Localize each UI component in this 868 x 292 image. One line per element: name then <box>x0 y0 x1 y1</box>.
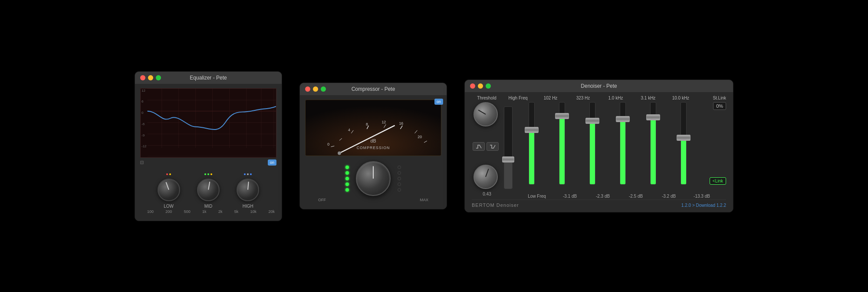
dn-values-row: 0.43 Low Freq -3.1 dB -2.3 dB -2.5 dB -3… <box>472 192 726 199</box>
eq-curve-svg <box>141 89 276 156</box>
eq-low-dot-red <box>166 173 168 175</box>
eq-mid-knob[interactable] <box>197 179 220 201</box>
dn-body: Threshold High Freq 102 Hz 323 Hz 1.0 kH… <box>465 92 733 212</box>
dn-10khz-handle[interactable] <box>677 135 690 141</box>
eq-title-bar: Equalizer - Pete <box>135 72 282 84</box>
dn-102hz-fader-track[interactable] <box>559 102 565 185</box>
dn-10khz-green-fill <box>681 139 686 184</box>
dn-threshold-col <box>472 102 500 189</box>
eq-close-button[interactable] <box>140 75 145 80</box>
eq-left-button[interactable] <box>140 161 144 164</box>
dn-323hz-fader-col <box>577 102 608 185</box>
dn-highfreq-fader-col <box>516 102 547 185</box>
dn-link-button[interactable]: <Link <box>710 177 726 185</box>
dn-1khz-fader-col <box>608 102 638 185</box>
svg-text:20: 20 <box>418 135 422 139</box>
dn-header-31khz: 3.1 kHz <box>632 96 664 100</box>
dn-header-threshold: Threshold <box>472 96 502 100</box>
dn-10khz-value: -13.3 dB <box>685 192 718 199</box>
svg-text:12: 12 <box>381 120 386 124</box>
eq-mid-label: MID <box>204 204 212 209</box>
eq-low-dot-yellow <box>169 173 171 175</box>
dn-maximize-button[interactable] <box>486 83 491 89</box>
dn-1khz-fader-track[interactable] <box>620 102 626 185</box>
comp-led-2 <box>345 171 349 175</box>
dn-threshold-top-knob[interactable] <box>473 102 498 126</box>
svg-text:4: 4 <box>348 128 350 132</box>
comp-led-r2 <box>398 171 401 175</box>
dn-31khz-handle[interactable] <box>646 114 660 120</box>
comp-title-bar: Compressor - Pete <box>300 83 447 95</box>
eq-knobs-row: LOW MID HIGH <box>140 166 276 209</box>
dn-header-10khz: 10.0 kHz <box>664 96 697 100</box>
dn-31khz-fader-track[interactable] <box>650 102 656 185</box>
comp-led-r3 <box>398 177 401 180</box>
dn-323hz-handle[interactable] <box>585 118 599 124</box>
dn-threshold-bottom-knob[interactable] <box>473 165 498 189</box>
dn-threshold-fill <box>504 160 512 189</box>
comp-led-4 <box>345 182 349 186</box>
dn-stlink-col: 0% <Link <box>699 102 726 185</box>
dn-header-102hz: 102 Hz <box>534 96 567 100</box>
comp-body: 0 4 8 12 16 20 dB COMPRESSION on <box>300 95 447 209</box>
eq-x-100: 100 <box>147 209 154 214</box>
eq-traffic-lights <box>140 75 161 80</box>
dn-highfreq-green-fill <box>529 131 534 184</box>
eq-x-200: 200 <box>165 209 172 214</box>
dn-main-controls: 0% <Link <box>472 102 726 189</box>
comp-led-5 <box>345 188 349 192</box>
eq-on-button[interactable]: on <box>268 159 276 166</box>
eq-high-dot-blue1 <box>244 173 246 175</box>
comp-minimize-button[interactable] <box>313 86 318 92</box>
dn-brand: BERTOM Denoiser <box>472 202 519 208</box>
dn-1khz-handle[interactable] <box>616 116 630 122</box>
vu-meter-svg: 0 4 8 12 16 20 dB COMPRESSION <box>306 100 441 156</box>
dn-10khz-fader-col <box>668 102 699 185</box>
dn-threshold-value: 0.43 <box>472 192 502 199</box>
dn-title: Denoiser - Pete <box>581 83 617 89</box>
eq-maximize-button[interactable] <box>156 75 161 80</box>
dn-highfreq-handle[interactable] <box>525 127 539 133</box>
comp-close-button[interactable] <box>305 86 310 92</box>
dn-close-button[interactable] <box>470 83 475 89</box>
dn-title-bar: Denoiser - Pete <box>465 80 733 92</box>
comp-max-label: MAX <box>420 198 428 202</box>
dn-shape-btn-2[interactable] <box>487 142 499 151</box>
comp-on-button[interactable]: on <box>434 99 443 105</box>
dn-threshold-handle[interactable] <box>502 156 514 163</box>
comp-maximize-button[interactable] <box>321 86 326 92</box>
dn-threshold-slider-track[interactable] <box>504 106 513 189</box>
comp-led-r4 <box>398 182 401 186</box>
dn-323hz-value: -2.3 dB <box>586 192 619 199</box>
comp-off-max-labels: OFF MAX <box>305 196 441 202</box>
dn-102hz-handle[interactable] <box>555 113 569 119</box>
eq-high-knob[interactable] <box>237 179 259 201</box>
comp-led-3 <box>345 177 349 180</box>
comp-main-knob[interactable] <box>356 161 391 196</box>
eq-bottom-bar: on <box>140 159 276 166</box>
svg-text:0: 0 <box>327 142 329 146</box>
svg-text:dB: dB <box>370 138 376 143</box>
dn-download-link[interactable]: > Download 1.2.2 <box>692 203 726 208</box>
eq-high-label: HIGH <box>243 204 253 209</box>
dn-highfreq-fader-track[interactable] <box>529 102 535 185</box>
dn-323hz-fader-track[interactable] <box>589 102 595 185</box>
dn-header-highfreq: High Freq <box>502 96 534 100</box>
eq-x-20k: 20k <box>268 209 275 214</box>
comp-leds-knob-row <box>305 161 441 196</box>
eq-high-dots <box>244 173 252 176</box>
dn-version: 1.2.0 > Download 1.2.2 <box>681 203 726 208</box>
dn-shape-btn-1[interactable] <box>473 142 485 151</box>
eq-low-knob[interactable] <box>158 179 180 201</box>
dn-shape-icon-2 <box>489 144 496 149</box>
svg-text:COMPRESSION: COMPRESSION <box>357 146 390 150</box>
dn-10khz-fader-track[interactable] <box>681 102 687 185</box>
eq-minimize-button[interactable] <box>148 75 153 80</box>
svg-text:8: 8 <box>366 122 368 126</box>
eq-title: Equalizer - Pete <box>190 75 227 81</box>
eq-x-500: 500 <box>184 209 191 214</box>
comp-right-leds <box>398 166 401 192</box>
dn-minimize-button[interactable] <box>478 83 483 89</box>
dn-31khz-value: -3.2 dB <box>652 192 685 199</box>
comp-off-label: OFF <box>318 198 326 202</box>
